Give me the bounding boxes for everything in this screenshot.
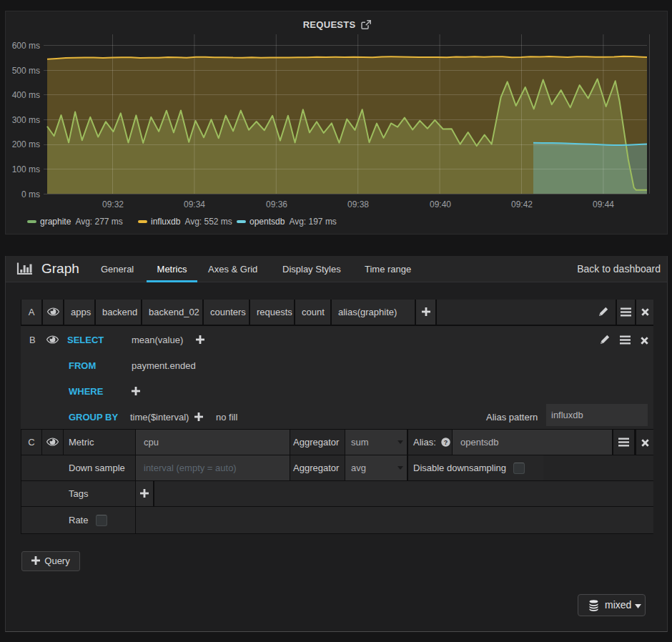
svg-text:?: ? (444, 439, 448, 446)
